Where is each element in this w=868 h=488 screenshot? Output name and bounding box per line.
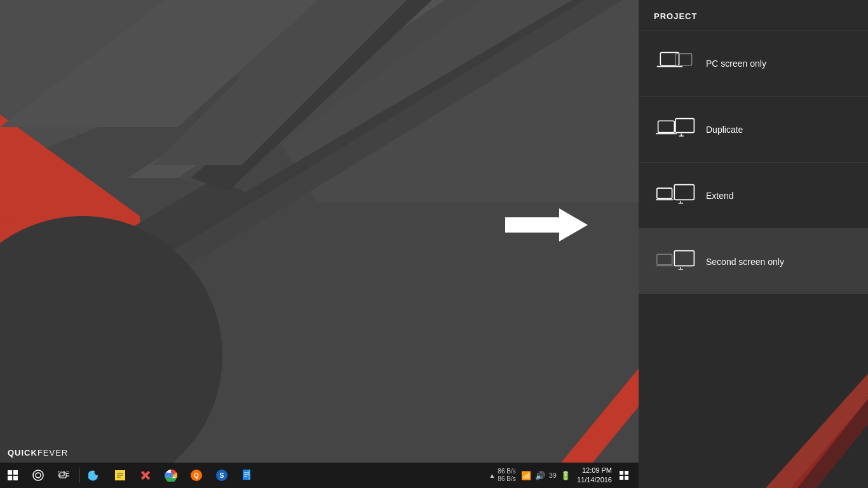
svg-rect-59 bbox=[657, 254, 672, 264]
second-screen-only-option[interactable]: Second screen only bbox=[639, 228, 868, 294]
app6-button[interactable]: S bbox=[209, 463, 234, 488]
svg-rect-45 bbox=[625, 476, 628, 480]
pc-screen-only-option[interactable]: PC screen only bbox=[639, 30, 868, 96]
app7-button[interactable] bbox=[234, 463, 260, 488]
app5-button[interactable]: Q bbox=[184, 463, 209, 488]
svg-text:Q: Q bbox=[194, 472, 199, 479]
clock[interactable]: 12:09 PM 11/14/2016 bbox=[577, 466, 612, 485]
svg-rect-18 bbox=[8, 476, 12, 480]
svg-rect-42 bbox=[620, 471, 623, 475]
svg-rect-43 bbox=[625, 471, 628, 475]
second-screen-only-label: Second screen only bbox=[706, 257, 784, 267]
desktop: Q S ▲ 86 B/s bbox=[0, 0, 639, 488]
svg-rect-23 bbox=[60, 473, 66, 478]
svg-rect-54 bbox=[657, 188, 672, 198]
desktop-arrow bbox=[505, 206, 588, 244]
svg-rect-22 bbox=[58, 471, 64, 476]
svg-marker-15 bbox=[505, 208, 588, 241]
svg-rect-46 bbox=[660, 52, 679, 65]
task-view-button[interactable] bbox=[51, 463, 76, 488]
svg-rect-49 bbox=[658, 121, 675, 132]
battery-icon: 🔋 bbox=[560, 471, 571, 480]
extend-label: Extend bbox=[706, 191, 734, 201]
system-tray-expand[interactable]: ▲ bbox=[489, 472, 495, 479]
svg-rect-56 bbox=[674, 184, 694, 200]
svg-point-21 bbox=[36, 473, 41, 478]
extend-option[interactable]: Extend bbox=[639, 162, 868, 228]
duplicate-icon bbox=[654, 116, 698, 144]
tools-button[interactable] bbox=[133, 463, 158, 488]
taskbar-right: ▲ 86 B/s 86 B/s 📶 🔊 39 🔋 12:09 PM bbox=[489, 463, 639, 488]
volume-icon[interactable]: 🔊 bbox=[535, 471, 545, 480]
panel-decoration bbox=[639, 297, 868, 488]
svg-rect-16 bbox=[8, 470, 12, 475]
system-icons: 📶 🔊 39 🔋 bbox=[521, 471, 571, 480]
extend-icon bbox=[654, 182, 698, 210]
second-screen-only-icon bbox=[654, 248, 698, 276]
network-icon: 📶 bbox=[521, 471, 531, 480]
duplicate-label: Duplicate bbox=[706, 125, 743, 135]
chrome-button[interactable] bbox=[158, 463, 184, 488]
moon-app-button[interactable] bbox=[82, 463, 107, 488]
quickfever-label: QUICKFEVER bbox=[8, 448, 68, 458]
duplicate-option[interactable]: Duplicate bbox=[639, 96, 868, 162]
start-button[interactable] bbox=[0, 463, 25, 488]
svg-rect-48 bbox=[675, 53, 692, 65]
volume-level: 39 bbox=[549, 471, 557, 479]
notification-center-button[interactable] bbox=[614, 463, 634, 488]
sticky-notes-button[interactable] bbox=[107, 463, 133, 488]
cortana-button[interactable] bbox=[25, 463, 51, 488]
panel-title: PROJECT bbox=[639, 0, 868, 30]
pc-screen-only-label: PC screen only bbox=[706, 58, 766, 69]
taskbar: Q S ▲ 86 B/s bbox=[0, 463, 639, 488]
svg-rect-44 bbox=[620, 476, 623, 480]
svg-rect-61 bbox=[674, 250, 694, 266]
network-stats: 86 B/s 86 B/s bbox=[498, 468, 515, 483]
pc-screen-only-icon bbox=[654, 50, 698, 78]
project-panel: PROJECT PC screen only bbox=[639, 0, 868, 488]
svg-marker-64 bbox=[766, 374, 868, 488]
svg-rect-19 bbox=[13, 476, 18, 480]
svg-point-20 bbox=[33, 470, 43, 480]
svg-text:S: S bbox=[219, 471, 224, 479]
svg-rect-51 bbox=[675, 118, 694, 132]
svg-rect-17 bbox=[13, 470, 18, 475]
svg-marker-65 bbox=[791, 399, 868, 488]
taskbar-divider bbox=[79, 468, 79, 483]
